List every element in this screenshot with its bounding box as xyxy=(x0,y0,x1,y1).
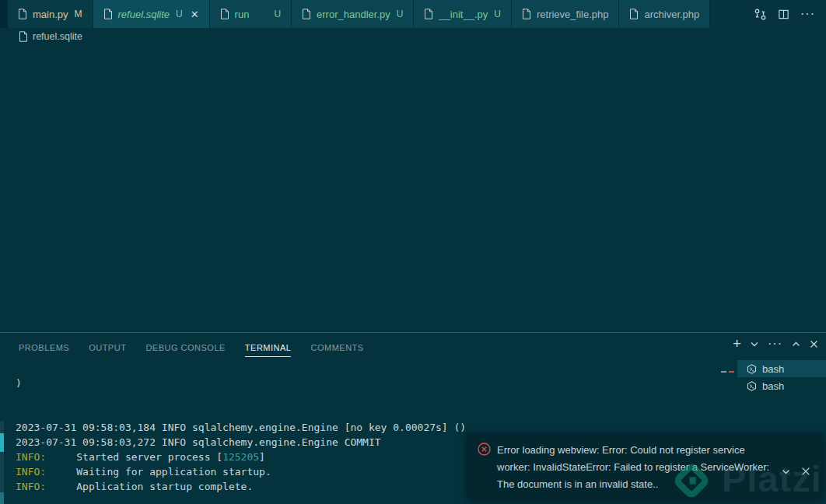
terminal-session-bash[interactable]: bash xyxy=(737,360,826,377)
terminal-icon xyxy=(747,364,757,374)
panel-tab-comments[interactable]: COMMENTS xyxy=(310,337,363,357)
tab-git-status-badge: M xyxy=(75,9,82,19)
panel-header: PROBLEMSOUTPUTDEBUG CONSOLETERMINALCOMME… xyxy=(0,333,826,360)
overview-decoration-error xyxy=(729,371,734,373)
panel-tab-debug-console[interactable]: DEBUG CONSOLE xyxy=(145,337,225,357)
editor-tab-error_handler.py[interactable]: error_handler.pyU xyxy=(292,0,414,28)
notification-message: Error loading webview: Error: Could not … xyxy=(497,442,777,499)
panel-tab-terminal[interactable]: TERMINAL xyxy=(245,337,292,357)
terminal-command-decoration xyxy=(0,433,4,452)
panel-tab-problems[interactable]: PROBLEMS xyxy=(19,337,69,357)
editor-tab-refuel.sqlite[interactable]: refuel.sqliteU✕ xyxy=(93,0,210,28)
notification-toast: Error loading webview: Error: Could not … xyxy=(467,433,823,499)
file-icon xyxy=(18,9,27,19)
notification-actions xyxy=(782,444,810,499)
editor-tab-__init__.py[interactable]: __init__.pyU xyxy=(414,0,512,28)
tab-close-icon[interactable]: ✕ xyxy=(191,9,199,19)
terminal-session-bash[interactable]: bash xyxy=(737,377,826,394)
terminal-output: ) 2023-07-31 09:58:03,184 INFO sqlalchem… xyxy=(16,376,466,494)
editor-content xyxy=(0,45,826,332)
notification-close-icon[interactable] xyxy=(801,444,810,499)
editor-tabs: main.pyMrefuel.sqliteU✕runUerror_handler… xyxy=(8,0,743,28)
maximize-panel-icon[interactable] xyxy=(792,341,800,347)
tab-label: error_handler.py xyxy=(317,9,390,20)
terminal-icon xyxy=(747,381,757,391)
panel-more-icon[interactable]: ··· xyxy=(768,340,782,348)
tab-label: main.py xyxy=(33,9,68,20)
error-icon xyxy=(478,443,491,499)
file-icon xyxy=(522,9,531,19)
breadcrumb-file: refuel.sqlite xyxy=(33,31,82,42)
tab-label: archiver.php xyxy=(644,9,699,20)
editor-tab-retrieve_file.php[interactable]: retrieve_file.php xyxy=(512,0,620,28)
tab-git-status-badge: U xyxy=(397,9,404,19)
editor-tab-bar: main.pyMrefuel.sqliteU✕runUerror_handler… xyxy=(0,0,826,28)
file-icon xyxy=(424,9,433,19)
split-editor-icon[interactable] xyxy=(778,9,789,20)
breadcrumb[interactable]: refuel.sqlite xyxy=(0,28,826,45)
tab-label: refuel.sqlite xyxy=(118,9,170,20)
tabbar-left-gap xyxy=(0,0,8,28)
tab-git-status-badge: U xyxy=(494,9,501,19)
file-icon xyxy=(302,9,311,19)
session-label: bash xyxy=(762,380,784,392)
editor-tab-main.py[interactable]: main.pyM xyxy=(8,0,93,28)
tab-git-status-badge: U xyxy=(176,9,183,19)
session-label: bash xyxy=(762,363,784,375)
tab-git-status-badge: U xyxy=(274,9,281,19)
tab-label: retrieve_file.php xyxy=(537,9,609,20)
new-terminal-icon[interactable]: + xyxy=(733,338,741,350)
file-icon xyxy=(629,9,639,19)
panel-tab-output[interactable]: OUTPUT xyxy=(89,337,126,357)
terminal-command-decoration xyxy=(0,492,4,504)
file-icon xyxy=(19,31,28,42)
editor-tab-archiver.php[interactable]: archiver.php xyxy=(619,0,710,28)
panel-tabs: PROBLEMSOUTPUTDEBUG CONSOLETERMINALCOMME… xyxy=(0,337,364,357)
tab-label: run xyxy=(235,9,250,20)
file-icon xyxy=(103,9,113,19)
panel-actions: + ··· xyxy=(733,338,818,350)
editor-actions: ··· xyxy=(743,0,826,28)
terminal-dropdown-icon[interactable] xyxy=(751,341,758,347)
tab-label: __init__.py xyxy=(439,9,488,20)
file-icon xyxy=(220,9,229,19)
more-actions-icon[interactable]: ··· xyxy=(800,10,815,18)
close-panel-icon[interactable] xyxy=(810,340,818,348)
notification-chevron-down-icon[interactable] xyxy=(782,444,790,499)
open-changes-icon[interactable] xyxy=(754,8,767,21)
editor-tab-run[interactable]: runU xyxy=(210,0,292,28)
overview-decoration xyxy=(721,371,726,373)
